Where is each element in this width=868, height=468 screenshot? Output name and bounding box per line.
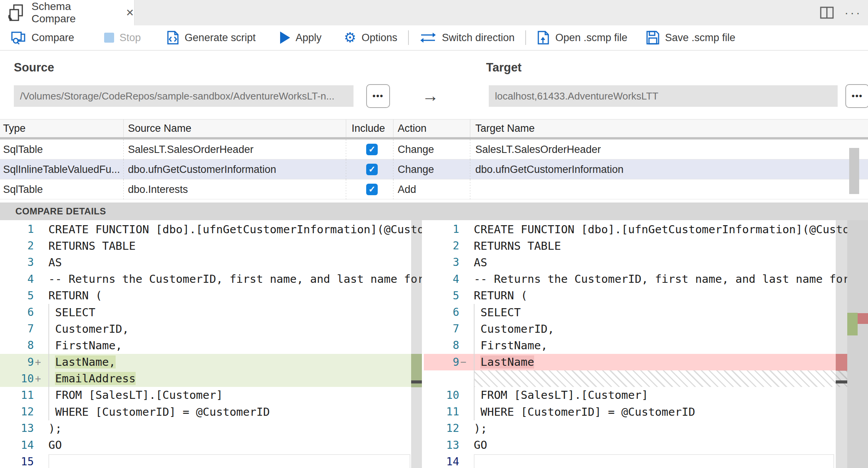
indent-guide xyxy=(48,304,49,420)
diff-pane-source[interactable]: 1CREATE FUNCTION [dbo].[ufnGetCustomerIn… xyxy=(0,220,422,468)
tab-close-icon[interactable]: ✕ xyxy=(126,7,134,19)
code-line[interactable]: 1CREATE FUNCTION [dbo].[ufnGetCustomerIn… xyxy=(0,221,422,237)
grid-row[interactable]: SqlTable SalesLT.SalesOrderHeader ✓ Chan… xyxy=(0,139,868,159)
schema-compare-toolbar: Compare Stop Generate script Apply ⚙ Opt… xyxy=(0,25,868,51)
scrollbar-cursor-mark xyxy=(411,380,422,383)
compare-results-grid: Type Source Name Include Action Target N… xyxy=(0,119,868,202)
options-button[interactable]: ⚙ Options xyxy=(344,31,397,45)
code-line-inserted[interactable]: 10+ EmailAddress xyxy=(0,370,422,387)
grid-row[interactable]: SqlTable dbo.Interests ✓ Add xyxy=(0,179,868,199)
include-checkbox[interactable]: ✓ xyxy=(366,144,378,155)
code-line[interactable]: 12); xyxy=(424,420,868,436)
save-icon xyxy=(646,30,660,45)
toolbar-separator xyxy=(525,30,526,45)
code-line[interactable]: 6 SELECT xyxy=(424,304,868,320)
target-input[interactable]: localhost,61433.AdventureWorksLTT xyxy=(489,85,838,107)
source-browse-button[interactable]: ••• xyxy=(366,84,390,108)
code-line[interactable]: 13); xyxy=(0,420,422,436)
code-line[interactable]: 12 WHERE [CustomerID] = @CustomerID xyxy=(0,403,422,420)
generate-script-icon xyxy=(166,30,179,45)
stop-button[interactable]: Stop xyxy=(104,32,141,44)
code-line-inserted[interactable]: 9+ LastName, xyxy=(0,354,422,370)
compare-button[interactable]: Compare xyxy=(11,30,74,45)
more-actions-icon[interactable]: ··· xyxy=(845,9,862,17)
code-line[interactable]: 8 FirstName, xyxy=(424,337,868,353)
code-line[interactable]: 2RETURNS TABLE xyxy=(0,237,422,254)
code-line[interactable]: 4-- Returns the CustomerID, first name, … xyxy=(0,271,422,287)
column-header-target-name[interactable]: Target Name xyxy=(475,119,535,138)
grid-row-selected[interactable]: SqlInlineTableValuedFu... dbo.ufnGetCust… xyxy=(0,159,868,179)
column-header-include[interactable]: Include xyxy=(352,119,385,138)
compare-icon xyxy=(11,30,26,45)
target-label: Target xyxy=(486,61,521,75)
column-header-source-name[interactable]: Source Name xyxy=(128,119,191,138)
overview-inserted-mark xyxy=(847,313,858,335)
tab-title: Schema Compare xyxy=(32,0,117,25)
gear-icon: ⚙ xyxy=(344,31,356,45)
target-browse-button[interactable]: ••• xyxy=(845,84,868,108)
overview-removed-mark xyxy=(858,313,868,324)
source-editor-scrollbar[interactable] xyxy=(411,220,422,468)
code-line[interactable]: 6 SELECT xyxy=(0,304,422,320)
code-line[interactable]: 5RETURN ( xyxy=(424,287,868,304)
code-line[interactable]: 2RETURNS TABLE xyxy=(424,237,868,254)
indent-guide xyxy=(474,304,475,420)
compare-details-header[interactable]: COMPARE DETAILS xyxy=(0,202,868,220)
open-scmp-button[interactable]: Open .scmp file xyxy=(537,30,627,45)
open-file-icon xyxy=(537,30,550,45)
tab-schema-compare[interactable]: Schema Compare ✕ xyxy=(0,0,134,25)
current-line-highlight xyxy=(48,454,410,468)
code-line[interactable]: 13GO xyxy=(424,436,868,453)
apply-button[interactable]: Apply xyxy=(280,32,322,44)
save-scmp-button[interactable]: Save .scmp file xyxy=(646,30,735,45)
source-label: Source xyxy=(14,61,54,75)
code-line[interactable]: 7 CustomerID, xyxy=(0,320,422,337)
code-line[interactable]: 10 FROM [SalesLT].[Customer] xyxy=(424,387,868,403)
scrollbar-cursor-mark xyxy=(836,380,847,383)
column-header-action[interactable]: Action xyxy=(398,119,427,138)
code-line[interactable]: 14GO xyxy=(0,436,422,453)
toolbar-separator xyxy=(408,30,409,45)
code-line[interactable]: 8 FirstName, xyxy=(0,337,422,353)
generate-script-button[interactable]: Generate script xyxy=(166,30,256,45)
code-line[interactable]: 4-- Returns the CustomerID, first name, … xyxy=(424,271,868,287)
include-checkbox[interactable]: ✓ xyxy=(366,164,378,175)
split-editor-icon[interactable] xyxy=(820,7,834,19)
code-line[interactable]: 3AS xyxy=(0,254,422,271)
diff-overview-ruler[interactable] xyxy=(847,220,868,468)
grid-vertical-scrollbar[interactable] xyxy=(849,148,859,194)
include-checkbox[interactable]: ✓ xyxy=(366,184,378,195)
grid-header-row: Type Source Name Include Action Target N… xyxy=(0,119,868,137)
code-line[interactable]: 11 WHERE [CustomerID] = @CustomerID xyxy=(424,403,868,420)
code-line[interactable]: 1CREATE FUNCTION [dbo].[ufnGetCustomerIn… xyxy=(424,221,868,237)
code-line-removed[interactable]: 9− LastName xyxy=(424,354,868,370)
target-editor-scrollbar[interactable] xyxy=(836,220,847,468)
compare-details-title: COMPARE DETAILS xyxy=(15,206,106,217)
diff-editor: 1CREATE FUNCTION [dbo].[ufnGetCustomerIn… xyxy=(0,220,868,468)
tab-bar: Schema Compare ✕ ··· xyxy=(0,0,868,25)
switch-direction-button[interactable]: Switch direction xyxy=(420,32,514,44)
direction-arrow-icon: → xyxy=(422,86,439,105)
code-line[interactable]: 7 CustomerID, xyxy=(424,320,868,337)
removed-line-filler-hatch xyxy=(474,370,868,387)
stop-icon xyxy=(104,33,114,43)
code-line[interactable]: 5RETURN ( xyxy=(0,287,422,304)
diff-pane-target[interactable]: 1CREATE FUNCTION [dbo].[ufnGetCustomerIn… xyxy=(424,220,868,468)
switch-direction-icon xyxy=(420,32,436,43)
code-line[interactable]: 11 FROM [SalesLT].[Customer] xyxy=(0,387,422,403)
column-header-type[interactable]: Type xyxy=(3,119,26,138)
source-input[interactable]: /Volumes/Storage/CodeRepos/sample-sandbo… xyxy=(14,85,354,107)
schema-compare-icon xyxy=(8,3,25,22)
code-line[interactable]: 3AS xyxy=(424,254,868,271)
apply-icon xyxy=(280,32,290,44)
scrollbar-removed-mark xyxy=(836,354,847,371)
current-line-highlight xyxy=(474,454,834,468)
